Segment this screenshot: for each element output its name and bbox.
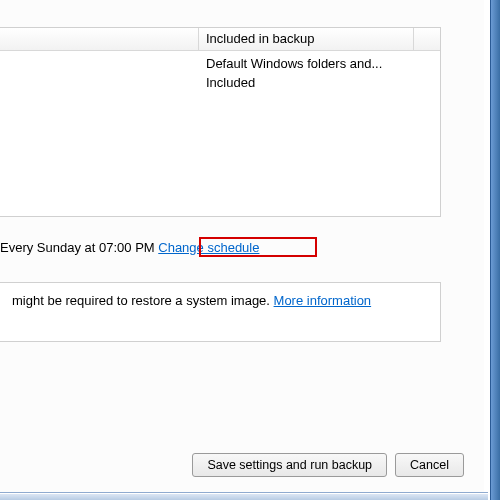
cancel-button[interactable]: Cancel <box>395 453 464 477</box>
info-text: might be required to restore a system im… <box>12 293 274 308</box>
info-panel: might be required to restore a system im… <box>0 282 441 342</box>
change-schedule-link[interactable]: Change schedule <box>158 240 259 255</box>
dialog-content: Included in backup Default Windows folde… <box>0 0 484 500</box>
column-separator <box>198 28 199 51</box>
dialog-button-row: Save settings and run backup Cancel <box>192 453 464 477</box>
schedule-time-label: Every Sunday at 07:00 PM <box>0 240 158 255</box>
column-separator <box>413 28 414 51</box>
more-information-link[interactable]: More information <box>274 293 372 308</box>
table-header-row: Included in backup <box>0 28 440 51</box>
save-settings-run-backup-button[interactable]: Save settings and run backup <box>192 453 387 477</box>
table-cell-value: Included <box>206 75 255 90</box>
window-bottom-frame <box>0 493 488 500</box>
table-cell-value: Default Windows folders and... <box>206 56 382 71</box>
window-right-frame <box>490 0 500 500</box>
backup-summary-table: Included in backup Default Windows folde… <box>0 27 441 217</box>
column-header-included[interactable]: Included in backup <box>206 31 314 46</box>
schedule-text-row: Every Sunday at 07:00 PM Change schedule <box>0 240 259 255</box>
